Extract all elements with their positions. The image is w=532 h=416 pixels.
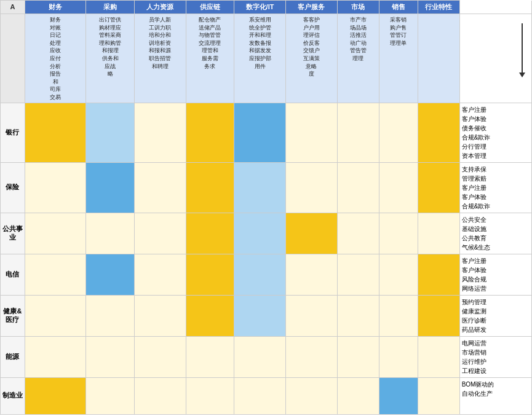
- row-label-public: 公共事业: [1, 213, 25, 254]
- public-col-h: [337, 213, 379, 254]
- energy-col-c: [86, 336, 135, 377]
- insurance-col-g: [285, 162, 337, 213]
- energy-col-d: [134, 336, 186, 377]
- telecom-col-e: [186, 254, 234, 295]
- row-label-insurance: 保险: [1, 162, 25, 213]
- mfg-col-i: [379, 377, 418, 414]
- insurance-col-e: [186, 162, 234, 213]
- row-label-health: 健康&医疗: [1, 295, 25, 336]
- public-col-i: [379, 213, 418, 254]
- col-c-header: 采购: [86, 1, 135, 14]
- row2-col-k: [459, 14, 531, 103]
- row-label-telecom: 电信: [1, 254, 25, 295]
- insurance-col-b: [25, 162, 85, 213]
- col-i-header: 销售: [379, 1, 418, 14]
- col-b-header: 财务: [25, 1, 85, 14]
- public-col-f: [234, 213, 286, 254]
- row2-col-h: 市产市场品场活推活动广动管告管理理: [337, 14, 379, 103]
- insurance-col-i: [379, 162, 418, 213]
- bank-col-i: [379, 103, 418, 162]
- bank-industry: 客户注册客户体验债务催收合规&欺诈分行管理资本管理: [459, 103, 531, 162]
- telecom-col-g: [285, 254, 337, 295]
- mfg-col-c: [86, 377, 135, 414]
- insurance-col-j: [418, 162, 459, 213]
- health-col-f: [234, 295, 286, 336]
- mfg-col-f: [234, 377, 286, 414]
- energy-col-i: [379, 336, 418, 377]
- col-a-header: A: [1, 1, 25, 14]
- row2-col-g: 客客护户户用理评信价反客交馈户互满策意略度: [285, 14, 337, 103]
- bank-col-e: [186, 103, 234, 162]
- row-label-manufacturing: 制造业: [1, 377, 25, 414]
- health-col-h: [337, 295, 379, 336]
- row2-col-e: 配仓物产送储产品与物管管交流理理理管和服务需务求: [186, 14, 234, 103]
- public-col-c: [86, 213, 135, 254]
- health-col-b: [25, 295, 85, 336]
- energy-col-f: [234, 336, 286, 377]
- telecom-industry: 客户注册客户体验风险合规网络运营: [459, 254, 531, 295]
- energy-col-b: [25, 336, 85, 377]
- energy-col-g: [285, 336, 337, 377]
- insurance-col-d: [134, 162, 186, 213]
- health-col-e: [186, 295, 234, 336]
- row-label-bank: 银行: [1, 103, 25, 162]
- telecom-col-j: [418, 254, 459, 295]
- public-col-e: [186, 213, 234, 254]
- telecom-col-i: [379, 254, 418, 295]
- mfg-col-g: [285, 377, 337, 414]
- public-col-g: [285, 213, 337, 254]
- row2-col-f: 系安维用统全护管开和和理发数备报和据发发应报护部用件: [234, 14, 286, 103]
- bank-col-j: [418, 103, 459, 162]
- bank-col-h: [337, 103, 379, 162]
- bank-col-b: [25, 103, 85, 162]
- insurance-col-c: [86, 162, 135, 213]
- public-col-j: [418, 213, 459, 254]
- bank-col-f: [234, 103, 286, 162]
- telecom-col-c: [86, 254, 135, 295]
- health-col-g: [285, 295, 337, 336]
- energy-col-h: [337, 336, 379, 377]
- col-g-header: 客户服务: [285, 1, 337, 14]
- mfg-col-e: [186, 377, 234, 414]
- mfg-col-j: [418, 377, 459, 414]
- row2-col-i: 采客销购户售管管订理理单: [379, 14, 418, 103]
- col-j-header: 行业特性: [418, 1, 459, 14]
- insurance-industry: 支持承保管理索赔客户注册客户体验合规&欺诈: [459, 162, 531, 213]
- telecom-col-h: [337, 254, 379, 295]
- mfg-col-h: [337, 377, 379, 414]
- bank-col-c: [86, 103, 135, 162]
- col-f-header: 数字化/IT: [234, 1, 286, 14]
- energy-industry: 电网运营市场营销运行维护工程建设: [459, 336, 531, 377]
- row-label-energy: 能源: [1, 336, 25, 377]
- insurance-col-h: [337, 162, 379, 213]
- public-col-d: [134, 213, 186, 254]
- health-col-d: [134, 295, 186, 336]
- public-industry: 公共安全基础设施公共教育气候&生态: [459, 213, 531, 254]
- mfg-industry: BOM驱动的自动化生产: [459, 377, 531, 414]
- public-col-b: [25, 213, 85, 254]
- col-e-header: 供应链: [186, 1, 234, 14]
- row2-col-a: [1, 14, 25, 103]
- bank-col-d: [134, 103, 186, 162]
- health-col-j: [418, 295, 459, 336]
- energy-col-e: [186, 336, 234, 377]
- telecom-col-b: [25, 254, 85, 295]
- col-d-header: 人力资源: [134, 1, 186, 14]
- col-h-header: 市场: [337, 1, 379, 14]
- insurance-col-f: [234, 162, 286, 213]
- energy-col-j: [418, 336, 459, 377]
- row2-col-d: 员学人新工训力职培和分和训培析资和报和源职告招管和聘理: [134, 14, 186, 103]
- bank-col-g: [285, 103, 337, 162]
- health-col-c: [86, 295, 135, 336]
- telecom-col-d: [134, 254, 186, 295]
- row2-col-j: [418, 14, 459, 103]
- telecom-col-f: [234, 254, 286, 295]
- health-industry: 预约管理健康监测医疗诊断药品研发: [459, 295, 531, 336]
- mfg-col-d: [134, 377, 186, 414]
- row2-col-b: 财务对账日记处理应收应付分析报告和司库交易: [25, 14, 85, 103]
- health-col-i: [379, 295, 418, 336]
- mfg-col-b: [25, 377, 85, 414]
- col-k-header: [459, 1, 531, 14]
- row2-col-c: 出订管供购材理应管料采商理和购管和报理供务和应战略: [86, 14, 135, 103]
